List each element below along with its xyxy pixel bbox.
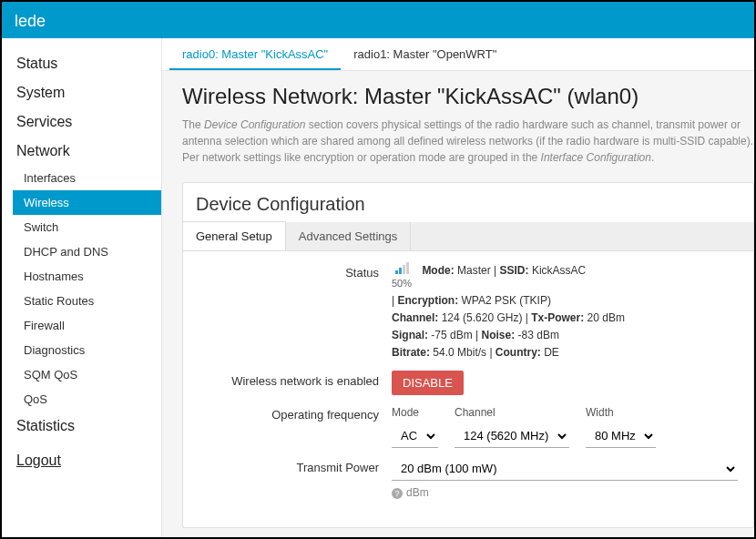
enabled-label: Wireless network is enabled — [196, 371, 392, 388]
device-config-panel: Device Configuration General Setup Advan… — [182, 182, 754, 528]
nav-status[interactable]: Status — [15, 49, 161, 78]
status-label: Status — [196, 262, 392, 280]
channel-select[interactable]: 124 (5620 MHz) — [455, 424, 569, 448]
status-row: Status 50% Mode: Master | SSID: KickAssA… — [196, 262, 741, 361]
nav-diagnostics[interactable]: Diagnostics — [15, 338, 161, 362]
signal-bars-icon — [395, 262, 409, 274]
nav-wireless[interactable]: Wireless — [13, 190, 163, 215]
txpower-hint: ?dBm — [392, 484, 741, 502]
nav-statistics[interactable]: Statistics — [15, 412, 161, 441]
page-title: Wireless Network: Master "KickAssAC" (wl… — [182, 84, 754, 109]
device-config-title: Device Configuration — [196, 194, 741, 215]
nav-interfaces[interactable]: Interfaces — [15, 166, 161, 190]
help-icon: ? — [392, 488, 403, 499]
enabled-row: Wireless network is enabled DISABLE — [196, 371, 741, 395]
disable-button[interactable]: DISABLE — [392, 371, 464, 395]
txpower-select[interactable]: 20 dBm (100 mW) — [392, 457, 738, 481]
content: Wireless Network: Master "KickAssAC" (wl… — [162, 71, 754, 537]
nav-sqm-qos[interactable]: SQM QoS — [15, 362, 161, 387]
width-header: Width — [586, 404, 656, 422]
nav-qos[interactable]: QoS — [15, 387, 161, 412]
nav-system[interactable]: System — [15, 78, 161, 107]
radio-tabs: radio0: Master "KickAssAC" radio1: Maste… — [162, 38, 754, 71]
brand: lede — [15, 12, 46, 31]
txpower-row: Transmit Power 20 dBm (100 mW) ?dBm — [196, 457, 741, 502]
top-bar: lede — [2, 2, 754, 38]
status-value: 50% Mode: Master | SSID: KickAssAC | Enc… — [392, 262, 741, 361]
status-details: Mode: Master | SSID: KickAssAC | Encrypt… — [392, 264, 625, 359]
help-text: The Device Configuration section covers … — [182, 117, 754, 166]
nav-network-sub: Interfaces Wireless Switch DHCP and DNS … — [15, 166, 161, 412]
mode-select[interactable]: AC — [392, 424, 438, 448]
width-select[interactable]: 80 MHz — [586, 424, 656, 448]
opfreq-label: Operating frequency — [196, 404, 392, 422]
nav-logout[interactable]: Logout — [15, 446, 161, 475]
nav-firewall[interactable]: Firewall — [15, 313, 161, 338]
device-tab-advanced[interactable]: Advanced Settings — [286, 222, 411, 250]
nav-network[interactable]: Network — [15, 137, 161, 166]
nav-dhcp-dns[interactable]: DHCP and DNS — [15, 239, 161, 264]
tab-radio1[interactable]: radio1: Master "OpenWRT" — [341, 38, 509, 70]
sidebar: Status System Services Network Interface… — [2, 38, 161, 537]
nav-switch[interactable]: Switch — [15, 215, 161, 239]
opfreq-row: Operating frequency Mode AC Channel 124 … — [196, 404, 741, 447]
signal-percent: 50% — [392, 276, 412, 292]
device-tabs: General Setup Advanced Settings — [183, 222, 753, 251]
device-tab-general[interactable]: General Setup — [183, 221, 286, 250]
mode-header: Mode — [392, 404, 438, 422]
channel-header: Channel — [455, 404, 569, 422]
nav-services[interactable]: Services — [15, 107, 161, 137]
txpower-label: Transmit Power — [196, 457, 392, 474]
nav-hostnames[interactable]: Hostnames — [15, 264, 161, 289]
signal-strength: 50% — [392, 262, 412, 292]
main: radio0: Master "KickAssAC" radio1: Maste… — [161, 38, 754, 537]
nav-static-routes[interactable]: Static Routes — [15, 289, 161, 313]
tab-radio0[interactable]: radio0: Master "KickAssAC" — [169, 38, 341, 70]
